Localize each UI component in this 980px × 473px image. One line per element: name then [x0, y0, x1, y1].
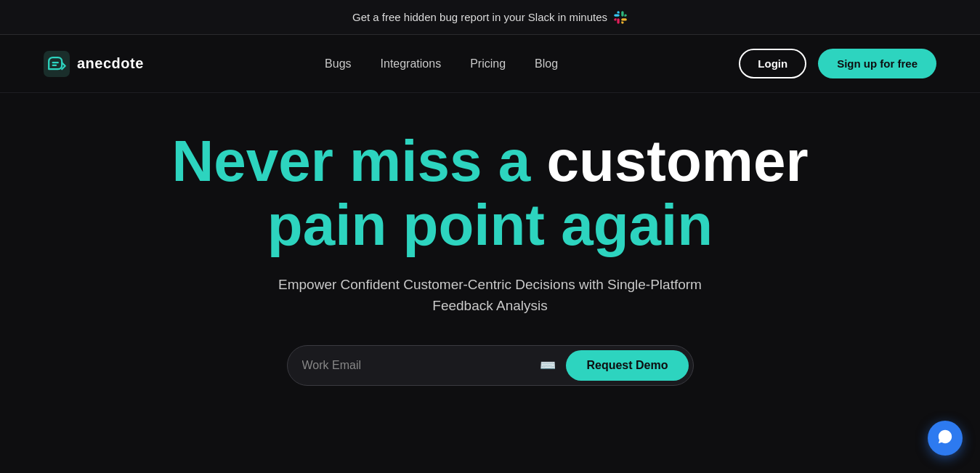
request-demo-button[interactable]: Request Demo: [566, 350, 688, 381]
hero-section: Never miss a customer pain point again E…: [0, 93, 980, 408]
nav-item-bugs[interactable]: Bugs: [325, 57, 351, 70]
nav-links: Bugs Integrations Pricing Blog: [325, 57, 558, 70]
chat-widget[interactable]: [928, 421, 963, 456]
nav-item-blog[interactable]: Blog: [535, 57, 558, 70]
hero-title-teal-2: pain point again: [267, 193, 713, 257]
navbar: anecdote Bugs Integrations Pricing Blog …: [0, 35, 980, 93]
top-banner: Get a free hidden bug report in your Sla…: [0, 0, 980, 35]
hero-title-teal-1: Never miss a: [171, 129, 546, 193]
nav-actions: Login Sign up for free: [739, 49, 936, 78]
svg-rect-0: [44, 51, 70, 77]
cta-form: ⌨️ Request Demo: [287, 345, 694, 386]
hero-subtitle: Empower Confident Customer-Centric Decis…: [265, 275, 716, 316]
signup-button[interactable]: Sign up for free: [818, 49, 936, 78]
hero-title-white: customer: [546, 129, 808, 193]
logo-text: anecdote: [77, 55, 144, 72]
login-button[interactable]: Login: [739, 49, 806, 78]
banner-text: Get a free hidden bug report in your Sla…: [352, 11, 607, 23]
logo[interactable]: anecdote: [44, 51, 144, 77]
nav-item-pricing[interactable]: Pricing: [470, 57, 506, 70]
email-icon: ⌨️: [535, 357, 560, 373]
chat-widget-icon: [937, 429, 953, 448]
slack-icon: [613, 10, 628, 25]
logo-icon: [44, 51, 70, 77]
nav-item-integrations[interactable]: Integrations: [381, 57, 442, 70]
email-input[interactable]: [302, 353, 530, 378]
hero-title: Never miss a customer pain point again: [171, 129, 808, 257]
